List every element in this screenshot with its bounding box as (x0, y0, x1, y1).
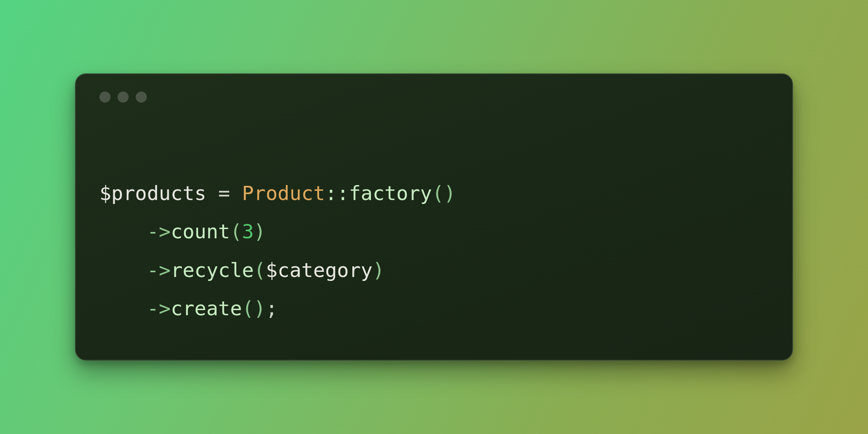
token-number: 3 (242, 220, 254, 243)
token-paren-open: ( (432, 182, 444, 205)
token-paren-close: ) (372, 259, 384, 282)
token-paren-close: ) (254, 297, 266, 320)
window-dot-2 (118, 92, 129, 103)
token-paren-open: ( (230, 220, 242, 243)
token-paren-open: ( (254, 259, 266, 282)
code-line-3: ->recycle($category) (99, 259, 385, 282)
token-method: create (171, 297, 242, 320)
token-assign: = (206, 182, 242, 205)
token-arrow: -> (147, 259, 170, 282)
code-window: $products = Product::factory() ->count(3… (75, 73, 793, 361)
window-titlebar (99, 92, 769, 103)
token-method: recycle (171, 259, 254, 282)
token-variable: $category (266, 259, 372, 282)
code-line-2: ->count(3) (99, 220, 266, 243)
code-block: $products = Product::factory() ->count(3… (99, 136, 769, 328)
code-line-1: $products = Product::factory() (99, 182, 456, 205)
window-dot-3 (136, 92, 147, 103)
token-arrow: -> (147, 220, 170, 243)
code-line-4: ->create(); (99, 297, 278, 320)
token-semicolon: ; (266, 297, 277, 320)
token-paren-close: ) (444, 182, 456, 205)
token-class: Product (242, 182, 325, 205)
token-arrow: -> (147, 297, 170, 320)
token-scope: :: (325, 182, 349, 205)
token-method: factory (349, 182, 432, 205)
token-paren-open: ( (242, 297, 254, 320)
token-paren-close: ) (254, 220, 266, 243)
token-method: count (171, 220, 230, 243)
window-dot-1 (99, 92, 110, 103)
token-variable: $products (99, 182, 206, 205)
